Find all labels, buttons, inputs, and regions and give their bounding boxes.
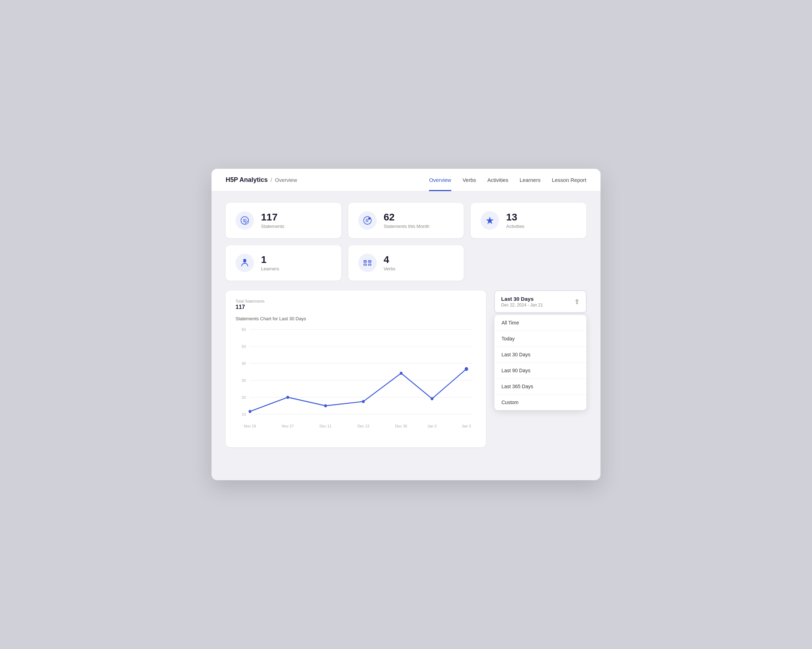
svg-text:Jan 2: Jan 2 [427, 424, 437, 429]
dropdown-option-last-90[interactable]: Last 90 Days [495, 363, 586, 379]
learners-text: 1 Learners [261, 254, 279, 272]
svg-text:30: 30 [241, 378, 246, 383]
chevron-up-icon: ⇧ [574, 298, 580, 306]
nav-item-verbs[interactable]: Verbs [462, 169, 476, 191]
activities-text: 13 Activities [506, 212, 524, 229]
dropdown-option-all-time[interactable]: All Time [495, 315, 586, 331]
chart-area: 60 50 40 30 20 10 Nov 19 Nov 27 Dec 11 D… [235, 326, 476, 439]
activities-label: Activities [506, 223, 524, 229]
svg-point-32 [465, 367, 468, 371]
nav-item-lesson-report[interactable]: Lesson Report [552, 169, 586, 191]
statements-text: 117 Statements [261, 212, 284, 229]
nav-item-activities[interactable]: Activities [487, 169, 508, 191]
svg-text:60: 60 [241, 327, 246, 332]
verbs-text: 4 Verbs [384, 254, 395, 272]
chart-title: Statements Chart for Last 30 Days [235, 316, 476, 321]
card-statements: 117 Statements [226, 203, 341, 238]
dropdown-selected-sub: Dec 22, 2024 - Jan 21 [501, 303, 543, 308]
dropdown-trigger[interactable]: Last 30 Days Dec 22, 2024 - Jan 21 ⇧ [495, 291, 586, 313]
dropdown-option-today[interactable]: Today [495, 331, 586, 347]
activities-value: 13 [506, 212, 524, 223]
svg-text:Jan 3: Jan 3 [462, 424, 471, 429]
statements-icon [235, 211, 254, 230]
statements-month-label: Statements this Month [384, 223, 429, 229]
svg-text:10: 10 [241, 412, 246, 416]
stats-row-2: 1 Learners 4 Verbs [226, 245, 586, 281]
card-learners: 1 Learners [226, 245, 341, 281]
card-activities: 13 Activities [471, 203, 586, 238]
breadcrumb-separator: / [270, 177, 272, 183]
learners-value: 1 [261, 254, 279, 265]
svg-point-30 [400, 372, 403, 375]
chart-total-value: 117 [235, 304, 476, 310]
statements-month-value: 62 [384, 212, 429, 223]
svg-text:50: 50 [241, 344, 246, 349]
svg-text:Nov 19: Nov 19 [244, 424, 256, 429]
svg-text:Dec 13: Dec 13 [357, 424, 369, 429]
app-title: H5P Analytics [226, 176, 268, 184]
card-empty [471, 245, 586, 281]
svg-point-28 [324, 404, 327, 407]
statements-month-icon [358, 211, 377, 230]
svg-text:40: 40 [241, 361, 246, 366]
svg-point-3 [368, 217, 371, 220]
chart-svg: 60 50 40 30 20 10 Nov 19 Nov 27 Dec 11 D… [235, 326, 476, 439]
learners-icon [235, 254, 254, 272]
dropdown-option-custom[interactable]: Custom [495, 395, 586, 410]
card-verbs: 4 Verbs [348, 245, 464, 281]
chart-total-label: Total Statements [235, 299, 476, 303]
dropdown-option-last-30[interactable]: Last 30 Days [495, 347, 586, 363]
verbs-icon [358, 254, 377, 272]
statements-month-text: 62 Statements this Month [384, 212, 429, 229]
svg-text:Dec 11: Dec 11 [320, 424, 332, 429]
verbs-label: Verbs [384, 266, 395, 271]
dropdown-option-last-365[interactable]: Last 365 Days [495, 379, 586, 395]
main-content: 117 Statements 62 Statements this Month [212, 191, 600, 459]
app-window: H5P Analytics / Overview Overview Verbs … [212, 169, 600, 480]
nav-item-overview[interactable]: Overview [429, 169, 451, 191]
header: H5P Analytics / Overview Overview Verbs … [212, 169, 600, 191]
stats-row-1: 117 Statements 62 Statements this Month [226, 203, 586, 238]
verbs-value: 4 [384, 254, 395, 265]
dropdown-menu: All Time Today Last 30 Days Last 90 Days… [495, 315, 586, 410]
svg-text:Nov 27: Nov 27 [282, 424, 294, 429]
date-range-dropdown: Last 30 Days Dec 22, 2024 - Jan 21 ⇧ All… [495, 291, 586, 410]
chart-container: Total Statements 117 Statements Chart fo… [226, 291, 486, 447]
dropdown-trigger-left: Last 30 Days Dec 22, 2024 - Jan 21 [501, 296, 543, 308]
svg-marker-6 [244, 259, 246, 259]
dropdown-selected-label: Last 30 Days [501, 296, 543, 302]
activities-icon [481, 211, 499, 230]
svg-point-29 [362, 400, 365, 403]
svg-point-26 [249, 410, 252, 413]
statements-label: Statements [261, 223, 284, 229]
svg-text:20: 20 [241, 395, 246, 400]
svg-point-31 [431, 397, 433, 400]
svg-text:Dec 30: Dec 30 [395, 424, 407, 429]
nav-item-learners[interactable]: Learners [519, 169, 540, 191]
learners-label: Learners [261, 266, 279, 271]
statements-value: 117 [261, 212, 284, 223]
main-nav: Overview Verbs Activities Learners Lesso… [429, 169, 586, 191]
bottom-area: Total Statements 117 Statements Chart fo… [226, 291, 586, 447]
breadcrumb: H5P Analytics / Overview [226, 176, 297, 184]
breadcrumb-sub: Overview [275, 177, 298, 183]
svg-point-27 [287, 396, 289, 399]
card-statements-month: 62 Statements this Month [348, 203, 464, 238]
